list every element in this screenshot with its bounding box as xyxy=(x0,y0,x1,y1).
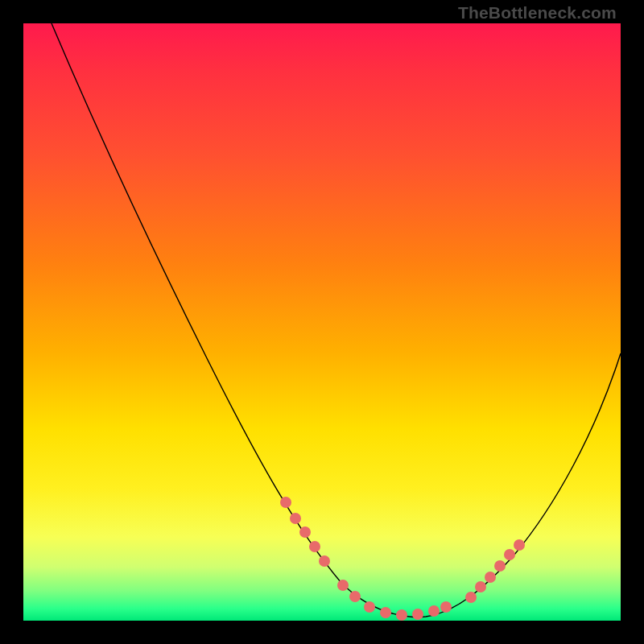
data-dot xyxy=(364,601,375,613)
chart-overlay xyxy=(23,23,621,621)
data-dot xyxy=(380,607,391,618)
data-dot xyxy=(485,572,496,583)
data-dot xyxy=(280,497,291,508)
data-dot xyxy=(465,592,477,603)
data-dot xyxy=(494,560,506,572)
data-dot xyxy=(412,609,423,620)
data-dot xyxy=(396,609,407,621)
bottleneck-curve xyxy=(52,23,621,617)
data-dot xyxy=(319,555,330,567)
data-dot xyxy=(440,601,452,613)
data-dot xyxy=(504,549,515,560)
data-dot xyxy=(337,580,349,591)
data-dot xyxy=(309,541,320,552)
data-dot xyxy=(299,526,311,538)
data-dot xyxy=(475,581,486,592)
data-dot xyxy=(514,539,525,551)
chart-frame xyxy=(23,23,621,621)
data-dot xyxy=(428,605,440,617)
watermark-text: TheBottleneck.com xyxy=(458,3,617,23)
data-dot xyxy=(349,591,361,602)
data-dot xyxy=(290,513,301,524)
